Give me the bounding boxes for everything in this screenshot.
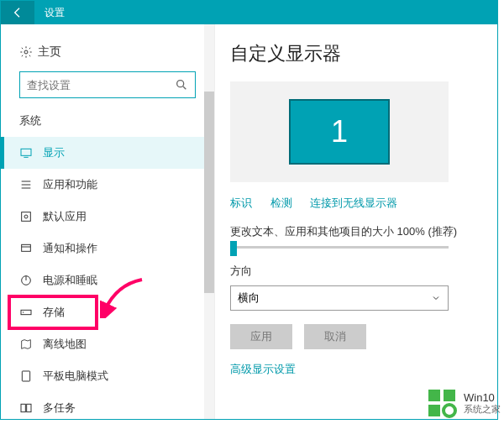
search-icon bbox=[175, 78, 188, 92]
sidebar-item-label: 电源和睡眠 bbox=[43, 273, 97, 288]
svg-rect-8 bbox=[22, 212, 31, 222]
scrollbar-thumb[interactable] bbox=[204, 92, 214, 293]
svg-rect-21 bbox=[444, 390, 455, 401]
display-preview[interactable]: 1 bbox=[230, 81, 449, 182]
svg-rect-20 bbox=[428, 390, 440, 401]
detect-link[interactable]: 检测 bbox=[270, 196, 292, 209]
sidebar-item-multitask[interactable]: 多任务 bbox=[1, 392, 214, 419]
watermark: Win10 系统之家 bbox=[425, 385, 501, 421]
apply-button[interactable]: 应用 bbox=[230, 324, 292, 349]
search-input[interactable] bbox=[27, 79, 175, 92]
category-label: 系统 bbox=[1, 113, 214, 137]
settings-window: 设置 主页 系统 显示 应用和功能 bbox=[0, 0, 498, 420]
search-input-container[interactable] bbox=[19, 71, 196, 98]
scale-label: 更改文本、应用和其他项目的大小 100% (推荐) bbox=[230, 224, 497, 239]
sidebar-item-tablet[interactable]: 平板电脑模式 bbox=[1, 360, 214, 392]
scale-slider[interactable] bbox=[230, 246, 449, 249]
orientation-dropdown[interactable]: 横向 bbox=[230, 285, 449, 311]
sidebar-scrollbar[interactable] bbox=[204, 24, 214, 419]
sidebar-item-apps[interactable]: 应用和功能 bbox=[1, 169, 214, 201]
cancel-button[interactable]: 取消 bbox=[304, 324, 366, 349]
sidebar-item-display[interactable]: 显示 bbox=[1, 137, 214, 169]
orientation-value: 横向 bbox=[238, 291, 260, 306]
sidebar-item-label: 离线地图 bbox=[43, 337, 87, 352]
sidebar-item-notifications[interactable]: 通知和操作 bbox=[1, 233, 214, 264]
sidebar-item-offline-maps[interactable]: 离线地图 bbox=[1, 328, 214, 360]
display-action-links: 标识 检测 连接到无线显示器 bbox=[230, 196, 497, 211]
home-label: 主页 bbox=[38, 44, 61, 60]
sidebar-item-storage[interactable]: 存储 bbox=[1, 296, 214, 328]
watermark-text: Win10 系统之家 bbox=[464, 391, 501, 416]
sidebar-item-label: 显示 bbox=[43, 145, 65, 160]
watermark-line1: Win10 bbox=[464, 391, 501, 405]
watermark-logo-icon bbox=[425, 386, 459, 420]
svg-rect-14 bbox=[21, 310, 31, 314]
watermark-line2: 系统之家 bbox=[464, 404, 501, 415]
monitor-tile[interactable]: 1 bbox=[289, 99, 390, 165]
power-icon bbox=[19, 274, 43, 287]
sidebar-item-label: 默认应用 bbox=[43, 209, 87, 224]
svg-point-23 bbox=[444, 405, 455, 416]
svg-rect-18 bbox=[27, 404, 31, 411]
home-link[interactable]: 主页 bbox=[1, 39, 214, 71]
svg-line-2 bbox=[183, 86, 186, 89]
wireless-display-link[interactable]: 连接到无线显示器 bbox=[310, 196, 397, 209]
identify-link[interactable]: 标识 bbox=[230, 196, 252, 209]
sidebar-item-label: 应用和功能 bbox=[43, 177, 97, 192]
sidebar-item-label: 平板电脑模式 bbox=[43, 369, 108, 384]
list-icon bbox=[19, 178, 43, 191]
window-body: 主页 系统 显示 应用和功能 默认应用 通知和操作 bbox=[1, 24, 497, 419]
monitor-number: 1 bbox=[331, 114, 348, 149]
svg-rect-22 bbox=[428, 405, 440, 416]
svg-rect-10 bbox=[22, 244, 31, 251]
default-apps-icon bbox=[19, 210, 43, 223]
button-row: 应用 取消 bbox=[230, 324, 497, 349]
sidebar-item-label: 存储 bbox=[43, 305, 65, 320]
advanced-display-link[interactable]: 高级显示设置 bbox=[230, 363, 296, 375]
svg-point-9 bbox=[24, 215, 28, 218]
gear-icon bbox=[19, 45, 38, 59]
sidebar: 主页 系统 显示 应用和功能 默认应用 通知和操作 bbox=[1, 24, 215, 419]
monitor-icon bbox=[19, 146, 43, 160]
titlebar: 设置 bbox=[1, 1, 497, 24]
back-button[interactable] bbox=[1, 1, 34, 24]
chevron-down-icon bbox=[431, 293, 441, 303]
svg-point-1 bbox=[177, 81, 184, 87]
sidebar-item-default-apps[interactable]: 默认应用 bbox=[1, 201, 214, 233]
svg-point-15 bbox=[23, 311, 24, 312]
arrow-left-icon bbox=[11, 6, 24, 19]
svg-rect-3 bbox=[21, 149, 31, 155]
orientation-label: 方向 bbox=[230, 264, 497, 279]
page-title: 自定义显示器 bbox=[230, 41, 497, 66]
svg-point-0 bbox=[24, 50, 28, 54]
sidebar-item-label: 通知和操作 bbox=[43, 241, 97, 256]
sidebar-item-power[interactable]: 电源和睡眠 bbox=[1, 264, 214, 296]
tablet-icon bbox=[19, 369, 43, 383]
svg-rect-16 bbox=[22, 371, 29, 381]
storage-icon bbox=[19, 306, 43, 319]
window-title: 设置 bbox=[34, 6, 65, 20]
svg-rect-17 bbox=[21, 404, 25, 411]
notification-icon bbox=[19, 242, 43, 255]
main-panel: 自定义显示器 1 标识 检测 连接到无线显示器 更改文本、应用和其他项目的大小 … bbox=[215, 24, 497, 419]
sidebar-item-label: 多任务 bbox=[43, 400, 76, 416]
multitask-icon bbox=[19, 401, 43, 415]
slider-thumb[interactable] bbox=[230, 241, 237, 256]
map-icon bbox=[19, 338, 43, 351]
